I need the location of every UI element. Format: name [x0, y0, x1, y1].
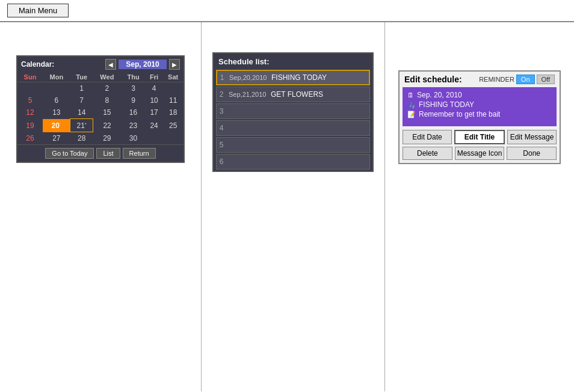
edit-schedule-buttons-row2: Delete Message Icon Done — [400, 145, 560, 163]
go-to-today-button[interactable]: Go to Today — [45, 148, 94, 159]
calendar-icon: 🗓 — [407, 91, 414, 99]
cal-day-cell[interactable]: 21 — [70, 119, 93, 132]
cal-day-cell[interactable]: 3 — [121, 82, 146, 95]
done-button[interactable]: Done — [507, 147, 557, 160]
cal-day-cell[interactable]: 27 — [43, 132, 70, 145]
info-row-title: 🎣 FISHING TODAY — [407, 100, 552, 109]
cal-day-cell[interactable]: 26 — [17, 132, 43, 145]
cal-day-cell[interactable]: 22 — [93, 119, 122, 132]
reminder-label: REMINDER — [479, 76, 514, 83]
cal-header-sun: Sun — [17, 72, 43, 82]
cal-day-cell[interactable]: 18 — [162, 106, 184, 119]
cal-day-cell[interactable]: 17 — [146, 106, 162, 119]
return-button[interactable]: Return — [123, 148, 156, 159]
message-icon-button[interactable]: Message Icon — [455, 147, 505, 160]
message-icon: 📝 — [407, 111, 416, 118]
schedule-list-item[interactable]: 3 — [216, 103, 370, 119]
cal-day-cell[interactable]: 7 — [70, 94, 93, 106]
cal-day-cell[interactable]: 30 — [121, 132, 146, 145]
calendar-month-display: Sep, 2010 — [119, 60, 167, 69]
main-content: Calendar: ◀ Sep, 2010 ▶ Sun Mon Tue Wed … — [0, 22, 574, 391]
cal-day-cell — [43, 82, 70, 95]
cal-header-wed: Wed — [93, 72, 122, 82]
schedule-item-number: 2 — [217, 90, 226, 99]
edit-schedule-widget: Edit schedule: REMINDER On Off 🗓 Sep. 20… — [398, 70, 561, 164]
cal-header-sat: Sat — [162, 72, 184, 82]
schedule-list-widget: Schedule list: 1Sep,20,2010FISHING TODAY… — [212, 52, 374, 172]
schedule-item-number: 3 — [217, 107, 226, 115]
edit-schedule-info-box: 🗓 Sep. 20, 2010 🎣 FISHING TODAY 📝 Rememb… — [403, 87, 557, 126]
schedule-list-item[interactable]: 6 — [216, 154, 370, 170]
reminder-off-button[interactable]: Off — [537, 75, 555, 84]
schedule-item-number: 6 — [217, 158, 226, 166]
calendar-next-button[interactable]: ▶ — [169, 59, 180, 70]
schedule-item-date: Sep,20,2010 — [227, 74, 269, 81]
cal-day-cell[interactable]: 10 — [146, 94, 162, 106]
cal-header-mon: Mon — [43, 72, 70, 82]
schedule-list-item[interactable]: 4 — [216, 120, 370, 136]
edit-date-button[interactable]: Edit Date — [403, 130, 452, 144]
info-message-text: Remember to get the bait — [419, 110, 500, 118]
main-menu-button[interactable]: Main Menu — [7, 4, 69, 17]
cal-day-cell[interactable]: 12 — [17, 106, 43, 119]
calendar-month-nav: ◀ Sep, 2010 ▶ — [105, 59, 180, 70]
cal-day-cell[interactable]: 1 — [70, 82, 93, 95]
cal-day-cell[interactable]: 2 — [93, 82, 122, 95]
calendar-grid: Sun Mon Tue Wed Thu Fri Sat 123456789101… — [17, 72, 184, 144]
reminder-control: REMINDER On Off — [479, 75, 555, 84]
cal-day-cell[interactable]: 8 — [93, 94, 122, 106]
schedule-list-item[interactable]: 5 — [216, 137, 370, 153]
schedule-item-text: FISHING TODAY — [269, 73, 327, 82]
cal-day-cell — [146, 132, 162, 145]
calendar-label: Calendar: — [21, 60, 54, 69]
cal-day-cell[interactable]: 23 — [121, 119, 146, 132]
cal-header-thu: Thu — [121, 72, 146, 82]
schedule-item-date: Sep,21,2010 — [226, 91, 268, 98]
cal-day-cell[interactable]: 29 — [93, 132, 122, 145]
cal-day-cell[interactable]: 6 — [43, 94, 70, 106]
panel-right: Edit schedule: REMINDER On Off 🗓 Sep. 20… — [385, 22, 574, 391]
edit-schedule-header: Edit schedule: REMINDER On Off — [400, 72, 560, 86]
schedule-list-item[interactable]: 2Sep,21,2010GET FLOWERS — [216, 87, 370, 102]
schedule-item-text: GET FLOWERS — [268, 90, 323, 99]
schedule-item-number: 5 — [217, 141, 226, 149]
schedule-list-item[interactable]: 1Sep,20,2010FISHING TODAY — [216, 70, 370, 85]
panel-middle: Schedule list: 1Sep,20,2010FISHING TODAY… — [202, 22, 385, 391]
cal-day-cell[interactable]: 14 — [70, 106, 93, 119]
edit-schedule-title: Edit schedule: — [404, 75, 462, 84]
calendar-prev-button[interactable]: ◀ — [105, 59, 116, 70]
info-title-text: FISHING TODAY — [419, 100, 474, 109]
schedule-item-number: 4 — [217, 124, 226, 132]
cal-day-cell[interactable]: 15 — [93, 106, 122, 119]
cal-day-cell[interactable]: 19 — [17, 119, 43, 132]
cal-day-cell[interactable]: 16 — [121, 106, 146, 119]
cal-day-cell[interactable]: 28 — [70, 132, 93, 145]
schedule-list-title: Schedule list: — [214, 54, 372, 69]
event-icon: 🎣 — [407, 101, 416, 109]
list-button[interactable]: List — [96, 148, 120, 159]
calendar-footer: Go to Today List Return — [17, 144, 184, 162]
cal-day-cell[interactable]: 5 — [17, 94, 43, 106]
info-date-text: Sep. 20, 2010 — [417, 91, 462, 99]
cal-header-fri: Fri — [146, 72, 162, 82]
cal-header-tue: Tue — [70, 72, 93, 82]
top-bar: Main Menu — [0, 0, 574, 22]
cal-day-cell[interactable]: 13 — [43, 106, 70, 119]
cal-day-cell — [17, 82, 43, 95]
calendar-header: Calendar: ◀ Sep, 2010 ▶ — [17, 57, 184, 72]
cal-day-cell[interactable]: 20 — [43, 119, 70, 132]
panel-left: Calendar: ◀ Sep, 2010 ▶ Sun Mon Tue Wed … — [0, 22, 202, 391]
cal-day-cell[interactable]: 24 — [146, 119, 162, 132]
cal-day-cell[interactable]: 4 — [146, 82, 162, 95]
edit-title-button[interactable]: Edit Title — [454, 130, 505, 144]
schedule-item-number: 1 — [217, 73, 227, 82]
edit-schedule-buttons-row1: Edit Date Edit Title Edit Message — [400, 127, 560, 145]
cal-day-cell[interactable]: 25 — [162, 119, 184, 132]
reminder-on-button[interactable]: On — [516, 75, 535, 84]
cal-day-cell[interactable]: 9 — [121, 94, 146, 106]
calendar-widget: Calendar: ◀ Sep, 2010 ▶ Sun Mon Tue Wed … — [16, 55, 185, 163]
edit-message-button[interactable]: Edit Message — [507, 130, 557, 144]
delete-button[interactable]: Delete — [403, 147, 452, 160]
info-row-message: 📝 Remember to get the bait — [407, 110, 552, 118]
cal-day-cell[interactable]: 11 — [162, 94, 184, 106]
